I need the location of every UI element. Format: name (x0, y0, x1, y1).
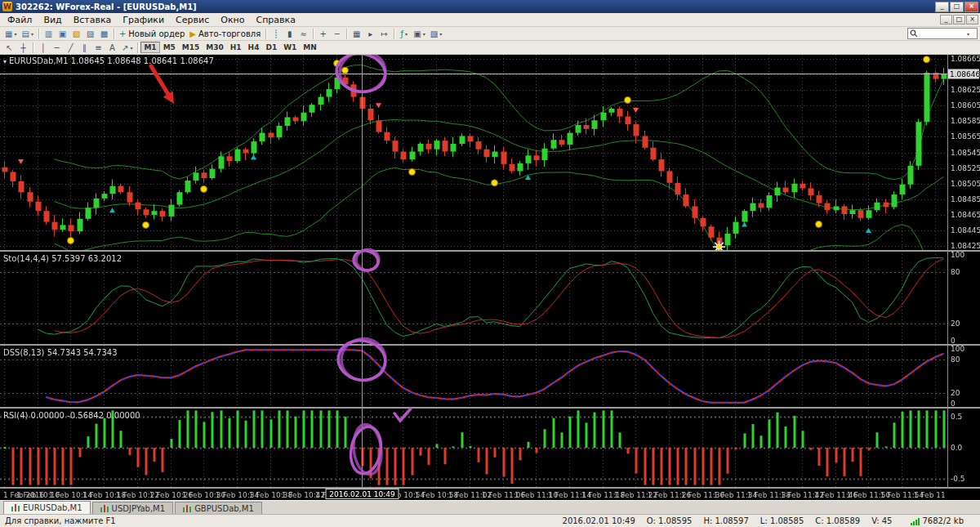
status-field-0: 2016.02.01 10:49 (563, 516, 635, 525)
search-box[interactable]: ▾ (907, 28, 978, 39)
close-button[interactable]: × (964, 2, 978, 12)
chart-shift-button[interactable]: ↦ (377, 28, 391, 40)
menu-bar: ФайлВидВставкаГрафикиСервисОкноСправка _… (0, 13, 980, 27)
chart-tabs: EURUSDab,M1USDJPYab,M1GBPUSDab,M1 (0, 500, 980, 514)
data-window-icon: ▣ (59, 29, 66, 38)
navigator-button[interactable]: ▧ (69, 28, 83, 40)
navigator-icon: ▧ (73, 29, 80, 38)
data-window-button[interactable]: ▣ (56, 28, 69, 40)
text-button[interactable]: A (105, 42, 119, 54)
timeframe-buttons: M1M5M15M30H1H4D1W1MN (140, 41, 319, 54)
strategy-tester-button[interactable]: ▩ (97, 28, 111, 40)
child-minimize-button[interactable]: _ (940, 15, 952, 25)
timeframe-mn[interactable]: MN (300, 42, 320, 53)
timeframe-h1[interactable]: H1 (227, 42, 245, 53)
timeframe-d1[interactable]: D1 (262, 42, 280, 53)
tab-usdjpyab[interactable]: USDJPYab,M1 (92, 502, 174, 514)
timeframe-m15[interactable]: M15 (179, 42, 203, 53)
zoom-out-button[interactable]: − (330, 28, 344, 40)
status-field-3: L: 1.08585 (760, 516, 804, 525)
status-help-text: Для справки, нажмите F1 (5, 516, 116, 525)
equidistant-channel-button[interactable]: ∥ (78, 42, 91, 54)
tile-windows-button[interactable]: ▦ (350, 28, 363, 40)
bars-chart-button[interactable]: ┊ (269, 28, 283, 40)
dropdown-icon: ▾ (423, 31, 425, 37)
menu-window[interactable]: Окно (215, 14, 250, 26)
indicators-icon: ƒ (400, 29, 403, 38)
trend-line-icon: ╱ (68, 43, 73, 52)
minimize-button[interactable]: _ (935, 2, 949, 12)
window-title: 302262: WForex-Real - [EURUSDab,M1] (16, 2, 934, 11)
child-restore-button[interactable]: □ (953, 15, 965, 25)
autotrading-button[interactable]: ▶Авто-торговля (187, 28, 263, 40)
candlestick-chart-button[interactable]: ▮ (283, 28, 296, 40)
timeframe-m1[interactable]: M1 (140, 42, 159, 53)
dropdown-icon: ▾ (31, 31, 33, 37)
dropdown-icon: ▾ (405, 31, 408, 37)
templates-button[interactable]: ▨▾ (428, 28, 444, 40)
toolbar-separator (38, 29, 39, 39)
menu-help[interactable]: Справка (250, 14, 301, 26)
dss-label: DSS(8,13) 54.7343 54.7343 (3, 348, 118, 357)
trend-line-button[interactable]: ╱ (64, 42, 78, 54)
horizontal-line-button[interactable]: ─ (50, 42, 64, 54)
periods-icon: ▣ (413, 29, 421, 38)
cursor-button[interactable]: ↖ (2, 42, 16, 54)
cursor-icon: ↖ (6, 43, 12, 52)
tab-eurusdab[interactable]: EURUSDab,M1 (3, 501, 91, 514)
menu-service[interactable]: Сервис (170, 14, 215, 26)
timeframe-m30[interactable]: M30 (203, 42, 226, 53)
status-field-2: H: 1.08597 (703, 516, 748, 525)
market-watch-button[interactable]: ▥ (42, 28, 56, 40)
toolbar-separator (114, 29, 114, 39)
new-order-button[interactable]: +Новый ордер (117, 28, 187, 40)
menu-view[interactable]: Вид (38, 14, 67, 26)
strategy-tester-icon: ▩ (100, 29, 108, 38)
vertical-line-button[interactable]: │ (36, 42, 50, 54)
periods-button[interactable]: ▣▾ (411, 28, 427, 40)
toolbar-separator (313, 29, 314, 39)
profiles-button[interactable]: ▤▾ (19, 28, 35, 40)
menu-charts[interactable]: Графики (117, 14, 170, 26)
new-order-icon: + (119, 29, 126, 38)
chart-tab-icon (183, 505, 191, 512)
search-dropdown-icon[interactable]: ▾ (967, 31, 969, 37)
app-icon: W (2, 2, 12, 11)
chart-tab-icon (11, 504, 20, 511)
chart-canvas[interactable] (0, 55, 980, 500)
search-input[interactable] (920, 29, 965, 38)
tab-gbpusdab[interactable]: GBPUSDab,M1 (175, 502, 262, 514)
timeframe-h4[interactable]: H4 (245, 42, 263, 53)
auto-scroll-icon: ▸ (368, 29, 372, 38)
crosshair-button[interactable]: ┼ (16, 42, 30, 54)
timeframe-m5[interactable]: M5 (160, 42, 179, 53)
text-icon: A (109, 43, 115, 52)
symbol-ohlc-label: EURUSDab,M1 1.08645 1.08648 1.08641 1.08… (9, 56, 214, 65)
indicators-button[interactable]: ƒ▾ (397, 28, 411, 40)
menu-file[interactable]: Файл (2, 14, 38, 26)
restore-button[interactable]: □ (950, 2, 964, 12)
line-chart-icon: ≈ (301, 29, 307, 38)
tab-label: USDJPYab,M1 (112, 504, 166, 513)
stochastic-label: Sto(14,4,4) 57.5397 63.2012 (3, 254, 122, 263)
collapse-icon[interactable]: ▾ (3, 58, 7, 65)
toolbar-standard: ▦▾▤▾▥▣▧▨▩+Новый ордер▶Авто-торговля┊▮≈+−… (0, 27, 980, 41)
new-chart-button[interactable]: ▦▾ (2, 28, 19, 40)
child-close-button[interactable]: × (966, 15, 978, 25)
arrows-button[interactable]: ↗▾ (119, 42, 135, 54)
new-order-label: Новый ордер (128, 29, 185, 38)
line-chart-button[interactable]: ≈ (296, 28, 310, 40)
zoom-in-button[interactable]: + (316, 28, 330, 40)
toolbar-drawing-buttons: ↖┼│─╱∥≡A↗▾ (2, 41, 140, 54)
toolbar-separator (265, 29, 266, 39)
rsi-label: RSI(4) 0.00000 -0.56842 0.00000 (3, 411, 140, 420)
dropdown-icon: ▾ (439, 31, 442, 37)
terminal-button[interactable]: ▨ (83, 28, 97, 40)
vertical-line-icon: │ (40, 43, 45, 52)
toolbar-separator (33, 42, 33, 53)
auto-scroll-button[interactable]: ▸ (363, 28, 377, 40)
menu-insert[interactable]: Вставка (68, 14, 118, 26)
timeframe-w1[interactable]: W1 (280, 42, 300, 53)
fibonacci-button[interactable]: ≡ (91, 42, 105, 54)
autotrading-icon: ▶ (189, 29, 196, 38)
